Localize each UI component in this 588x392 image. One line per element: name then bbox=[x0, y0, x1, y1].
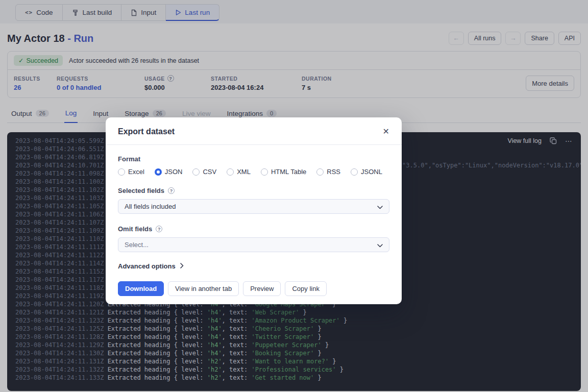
chevron-down-icon bbox=[377, 202, 383, 211]
format-radio-excel[interactable]: Excel bbox=[118, 168, 144, 176]
omit-fields-help-icon[interactable]: ? bbox=[156, 226, 162, 232]
selected-fields-label: Selected fields ? bbox=[118, 187, 389, 194]
preview-button[interactable]: Preview bbox=[243, 281, 281, 296]
selected-fields-value: All fields included bbox=[125, 203, 176, 210]
export-dataset-modal: Export dataset ✕ Format Excel JSON CSV X… bbox=[106, 117, 402, 304]
selected-fields-select[interactable]: All fields included bbox=[118, 199, 389, 214]
format-radio-xml[interactable]: XML bbox=[227, 168, 251, 176]
copy-link-button[interactable]: Copy link bbox=[285, 281, 326, 296]
chevron-down-icon bbox=[377, 240, 383, 250]
advanced-options-label: Advanced options bbox=[118, 262, 176, 270]
format-radio-csv[interactable]: CSV bbox=[192, 168, 216, 176]
format-radio-html-table[interactable]: HTML Table bbox=[261, 168, 306, 176]
radio-icon bbox=[227, 168, 234, 176]
omit-fields-value: Select... bbox=[125, 241, 149, 249]
radio-icon bbox=[118, 168, 125, 176]
omit-fields-select[interactable]: Select... bbox=[118, 237, 389, 252]
radio-icon bbox=[261, 168, 268, 176]
format-radio-json[interactable]: JSON bbox=[155, 168, 183, 176]
format-radio-group: Excel JSON CSV XML HTML Table RSS bbox=[118, 168, 389, 176]
radio-icon bbox=[351, 168, 358, 176]
omit-fields-label: Omit fields ? bbox=[118, 225, 389, 233]
modal-body: Format Excel JSON CSV XML HTML Table bbox=[106, 145, 402, 304]
view-in-another-tab-button[interactable]: View in another tab bbox=[168, 281, 239, 296]
radio-icon bbox=[316, 168, 324, 176]
selected-fields-help-icon[interactable]: ? bbox=[168, 187, 175, 194]
format-radio-rss[interactable]: RSS bbox=[316, 168, 340, 176]
modal-title: Export dataset bbox=[118, 127, 175, 136]
format-label: Format bbox=[118, 155, 389, 163]
close-icon[interactable]: ✕ bbox=[383, 128, 389, 136]
modal-buttons: Download View in another tab Preview Cop… bbox=[118, 281, 389, 296]
radio-icon bbox=[192, 168, 200, 176]
advanced-options-toggle[interactable]: Advanced options bbox=[118, 262, 389, 270]
chevron-right-icon bbox=[180, 262, 184, 270]
download-button[interactable]: Download bbox=[118, 281, 164, 296]
radio-selected-icon bbox=[155, 168, 162, 176]
format-radio-jsonl[interactable]: JSONL bbox=[351, 168, 382, 176]
modal-header: Export dataset ✕ bbox=[106, 117, 402, 145]
